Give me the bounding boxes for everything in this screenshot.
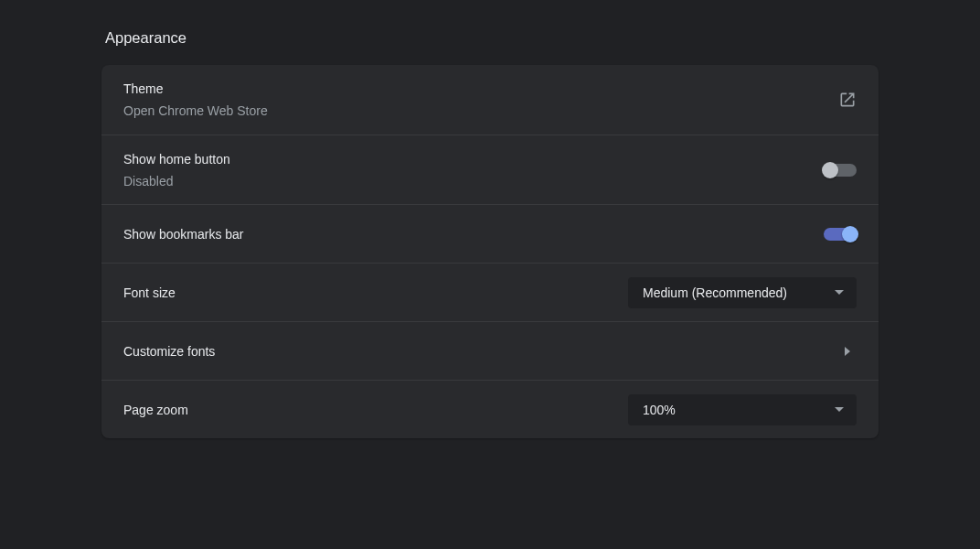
customize-fonts-row[interactable]: Customize fonts bbox=[101, 321, 879, 380]
open-external-icon bbox=[838, 91, 857, 109]
chevron-right-icon bbox=[838, 342, 857, 361]
settings-card: Theme Open Chrome Web Store Show home bu… bbox=[101, 65, 879, 438]
bookmarks-bar-row: Show bookmarks bar bbox=[101, 204, 879, 263]
page-zoom-title: Page zoom bbox=[123, 401, 188, 419]
customize-fonts-title: Customize fonts bbox=[123, 342, 215, 361]
page-zoom-select[interactable]: 100% bbox=[628, 394, 857, 425]
caret-down-icon bbox=[835, 290, 844, 295]
theme-row[interactable]: Theme Open Chrome Web Store bbox=[101, 65, 879, 135]
bookmarks-bar-toggle[interactable] bbox=[824, 228, 857, 241]
page-zoom-row: Page zoom 100% bbox=[101, 380, 879, 438]
appearance-section: Appearance Theme Open Chrome Web Store S… bbox=[101, 29, 879, 438]
section-title: Appearance bbox=[105, 29, 879, 47]
home-button-title: Show home button bbox=[123, 150, 230, 168]
theme-title: Theme bbox=[123, 80, 268, 98]
home-button-toggle[interactable] bbox=[824, 164, 857, 177]
font-size-row: Font size Medium (Recommended) bbox=[101, 263, 879, 321]
theme-subtitle: Open Chrome Web Store bbox=[123, 102, 268, 120]
font-size-select[interactable]: Medium (Recommended) bbox=[628, 277, 857, 308]
page-zoom-value: 100% bbox=[643, 403, 676, 417]
font-size-title: Font size bbox=[123, 284, 176, 302]
caret-down-icon bbox=[835, 407, 844, 412]
home-button-row: Show home button Disabled bbox=[101, 135, 879, 204]
home-button-subtitle: Disabled bbox=[123, 172, 230, 190]
bookmarks-bar-title: Show bookmarks bar bbox=[123, 225, 244, 243]
font-size-value: Medium (Recommended) bbox=[643, 285, 787, 300]
